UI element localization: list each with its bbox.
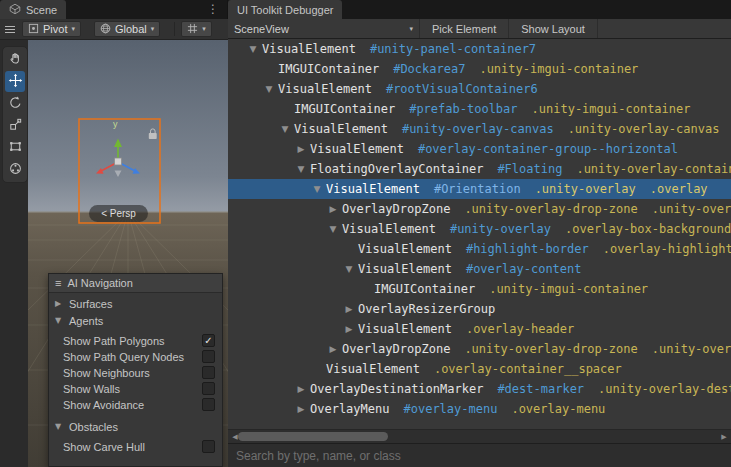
custom-tools-button[interactable] xyxy=(5,159,25,180)
element-type: FloatingOverlayContainer xyxy=(310,162,483,176)
tree-row[interactable]: ▼VisualElement#unity-overlay-canvas.unit… xyxy=(228,119,731,139)
expander-icon[interactable]: ▶ xyxy=(324,344,342,354)
tab-scene[interactable]: Scene xyxy=(0,0,66,19)
checkbox-show-avoidance[interactable] xyxy=(202,398,215,411)
move-tool-button[interactable] xyxy=(5,71,25,92)
nav-section-agents[interactable]: ▼Agents xyxy=(49,312,222,329)
nav-item-show-path-polygons: Show Path Polygons✓ xyxy=(49,333,222,349)
scrollbar-thumb[interactable] xyxy=(238,432,388,441)
tree-row[interactable]: ▶VisualElement.overlay-header xyxy=(228,319,731,339)
rotate-icon xyxy=(8,95,23,112)
element-class: .overlay-box-background xyxy=(565,222,731,236)
tree-row[interactable]: VisualElement.overlay-container__spacer xyxy=(228,359,731,379)
overlay-title: AI Navigation xyxy=(67,277,132,289)
nav-item-show-path-query-nodes: Show Path Query Nodes xyxy=(49,349,222,365)
expander-icon[interactable]: ▶ xyxy=(340,304,358,314)
rotate-tool-button[interactable] xyxy=(5,93,25,114)
element-class: .overlay-container__spacer xyxy=(434,362,622,376)
tree-row[interactable]: IMGUIContainer#prefab-toolbar.unity-imgu… xyxy=(228,99,731,119)
nav-section-surfaces[interactable]: ▶Surfaces xyxy=(49,295,222,312)
expander-icon[interactable]: ▼ xyxy=(308,184,326,194)
target-window-dropdown[interactable]: SceneView ▾ xyxy=(228,19,420,38)
tree-row[interactable]: ▼VisualElement#Orientation.unity-overlay… xyxy=(228,179,731,199)
element-id: #prefab-toolbar xyxy=(409,102,517,116)
tree-row[interactable]: ▶OverlayDestinationMarker#dest-marker.un… xyxy=(228,379,731,399)
expander-icon[interactable]: ▼ xyxy=(260,84,278,94)
unity-editor-window: Scene ⋮ UI Toolkit Debugger Pivot ▾ Glob… xyxy=(0,0,731,467)
pane-menu-icon[interactable]: ⋮ xyxy=(206,1,220,17)
move-icon xyxy=(8,73,23,90)
element-type: VisualElement xyxy=(358,242,452,256)
tab-ui-toolkit-debugger[interactable]: UI Toolkit Debugger xyxy=(228,0,342,19)
element-type: VisualElement xyxy=(342,222,436,236)
overlay-header[interactable]: ≡ AI Navigation xyxy=(49,274,222,293)
element-type: VisualElement xyxy=(278,82,372,96)
element-type: OverlayDropZone xyxy=(342,342,450,356)
overlay-menu-icon[interactable] xyxy=(5,25,15,34)
tree-row[interactable]: ▼VisualElement#rootVisualContainer6 xyxy=(228,79,731,99)
ai-navigation-overlay: ≡ AI Navigation ▶Surfaces▼AgentsShow Pat… xyxy=(48,273,223,467)
expander-icon[interactable]: ▶ xyxy=(292,404,310,414)
expander-icon[interactable]: ▼ xyxy=(340,264,358,274)
expander-icon[interactable]: ▼ xyxy=(292,164,310,174)
nav-item-show-carve-hull: Show Carve Hull xyxy=(49,439,222,455)
tree-row[interactable]: ▼VisualElement#unity-panel-container7 xyxy=(228,39,731,59)
pick-element-button[interactable]: Pick Element xyxy=(420,19,509,38)
tree-row[interactable]: IMGUIContainer.unity-imgui-container xyxy=(228,279,731,299)
nav-section-obstacles[interactable]: ▼Obstacles xyxy=(49,418,222,435)
tree-row[interactable]: ▶OverlayDropZone.unity-overlay-drop-zone… xyxy=(228,339,731,359)
chevron-down-icon: ▾ xyxy=(409,25,413,33)
rect-tool-button[interactable] xyxy=(5,137,25,158)
expander-icon[interactable]: ▶ xyxy=(324,204,342,214)
scroll-right-icon[interactable]: ▶ xyxy=(717,430,731,443)
scene-icon xyxy=(9,3,21,17)
element-type: IMGUIContainer xyxy=(374,282,475,296)
foldout-open-icon: ▼ xyxy=(55,316,65,325)
expander-icon[interactable]: ▶ xyxy=(292,144,310,154)
tree-row[interactable]: IMGUIContainer#Dockarea7.unity-imgui-con… xyxy=(228,59,731,79)
tree-row[interactable]: VisualElement#highlight-border.overlay-h… xyxy=(228,239,731,259)
element-type: VisualElement xyxy=(326,362,420,376)
tree-row[interactable]: ▼VisualElement#overlay-content xyxy=(228,259,731,279)
pivot-dropdown[interactable]: Pivot ▾ xyxy=(22,21,81,37)
expander-icon[interactable]: ▼ xyxy=(244,44,262,54)
expander-icon[interactable]: ▼ xyxy=(324,224,342,234)
element-class: .unity-overlay-destination-marker xyxy=(598,382,731,396)
custom-icon xyxy=(8,161,23,178)
search-input[interactable] xyxy=(228,444,731,467)
scale-tool-button[interactable] xyxy=(5,115,25,136)
element-type: VisualElement xyxy=(358,322,452,336)
show-layout-button[interactable]: Show Layout xyxy=(509,19,598,38)
element-id: #Floating xyxy=(497,162,562,176)
checkbox-show-walls[interactable] xyxy=(202,382,215,395)
handle-rotation-dropdown[interactable]: Global ▾ xyxy=(94,21,160,37)
perspective-toggle[interactable]: < Persp xyxy=(89,205,148,222)
grid-visibility-dropdown[interactable]: ▾ xyxy=(181,21,212,37)
tree-row[interactable]: ▶VisualElement#overlay-container-group--… xyxy=(228,139,731,159)
element-type: VisualElement xyxy=(358,262,452,276)
element-type: OverlayMenu xyxy=(310,402,389,416)
horizontal-scrollbar[interactable]: ◀ ▶ xyxy=(228,429,731,443)
tree-row[interactable]: ▼FloatingOverlayContainer#Floating.unity… xyxy=(228,159,731,179)
element-type: VisualElement xyxy=(326,182,420,196)
element-class: .overlay xyxy=(650,182,708,196)
foldout-closed-icon: ▶ xyxy=(55,299,65,308)
expander-icon[interactable]: ▶ xyxy=(292,384,310,394)
checkbox-show-carve-hull[interactable] xyxy=(202,440,215,453)
scene-toolbar: Pivot ▾ Global ▾ ▾ xyxy=(0,19,228,40)
tree-row[interactable]: ▼VisualElement#unity-overlay.overlay-box… xyxy=(228,219,731,239)
pivot-label: Pivot xyxy=(43,23,67,35)
tree-row[interactable]: ▶OverlayDropZone.unity-overlay-drop-zone… xyxy=(228,199,731,219)
tree-row[interactable]: ▶OverlayResizerGroup xyxy=(228,299,731,319)
checkbox-show-neighbours[interactable] xyxy=(202,366,215,379)
expander-icon[interactable]: ▶ xyxy=(340,324,358,334)
checkbox-show-path-query-nodes[interactable] xyxy=(202,350,215,363)
nav-item-label: Show Avoidance xyxy=(63,399,144,411)
tab-debugger-label: UI Toolkit Debugger xyxy=(237,4,333,16)
expander-icon[interactable]: ▼ xyxy=(276,124,294,134)
view-tool-button[interactable] xyxy=(5,49,25,70)
tree-row[interactable]: ▶OverlayMenu#overlay-menu.overlay-menu xyxy=(228,399,731,419)
nav-item-label: Show Walls xyxy=(63,383,120,395)
element-type: IMGUIContainer xyxy=(294,102,395,116)
checkbox-show-path-polygons[interactable]: ✓ xyxy=(202,334,215,347)
